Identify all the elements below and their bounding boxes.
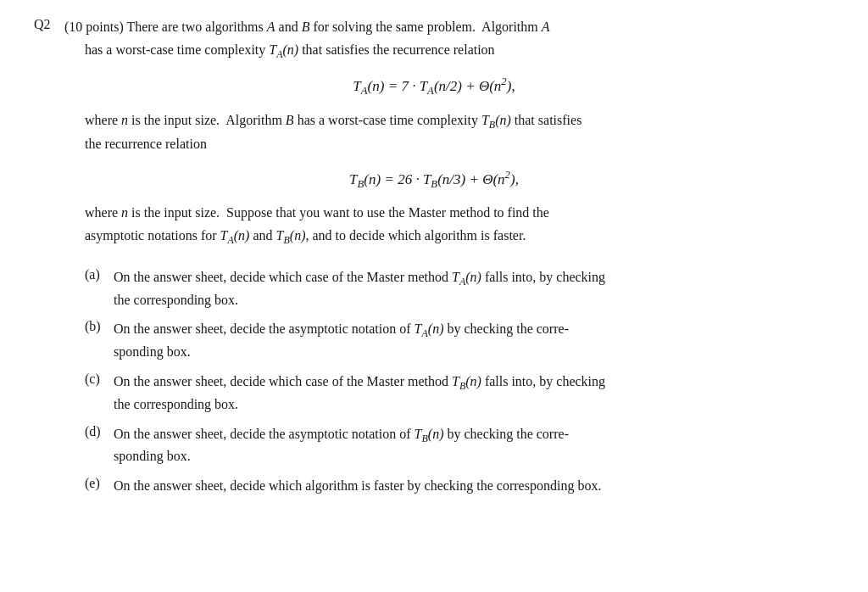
sub-label-e: (e)	[85, 476, 108, 491]
para-master-1: where n is the input size. Suppose that …	[85, 203, 834, 224]
sub-item-b: (b) On the answer sheet, decide the asym…	[85, 319, 834, 363]
question-label: Q2	[34, 17, 58, 32]
question-block: Q2 (10 points) There are two algorithms …	[34, 17, 834, 497]
sub-label-b: (b)	[85, 319, 108, 334]
sub-text-b: On the answer sheet, decide the asymptot…	[114, 319, 569, 363]
sub-items: (a) On the answer sheet, decide which ca…	[85, 267, 834, 497]
sub-label-c: (c)	[85, 371, 108, 387]
sub-text-a: On the answer sheet, decide which case o…	[114, 267, 605, 311]
para-master-2: asymptotic notations for TA(n) and TB(n)…	[85, 226, 834, 249]
formula-a: TA(n) = 7 · TA(n/2) + Θ(n2),	[34, 76, 834, 98]
sub-label-d: (d)	[85, 424, 108, 439]
question-intro: (10 points) There are two algorithms A a…	[64, 17, 550, 38]
intro-line2: has a worst-case time complexity TA(n) t…	[85, 40, 834, 63]
sub-item-a: (a) On the answer sheet, decide which ca…	[85, 267, 834, 311]
sub-item-d: (d) On the answer sheet, decide the asym…	[85, 424, 834, 468]
the-recurrence: the recurrence relation	[85, 134, 834, 155]
sub-label-a: (a)	[85, 267, 108, 282]
sub-text-d: On the answer sheet, decide the asymptot…	[114, 424, 569, 468]
formula-b: TB(n) = 26 · TB(n/3) + Θ(n2),	[34, 169, 834, 191]
sub-text-c: On the answer sheet, decide which case o…	[114, 371, 605, 416]
sub-item-e: (e) On the answer sheet, decide which al…	[85, 476, 834, 497]
para-b-intro: where n is the input size. Algorithm B h…	[85, 110, 834, 133]
sub-text-e: On the answer sheet, decide which algori…	[114, 476, 601, 497]
sub-item-c: (c) On the answer sheet, decide which ca…	[85, 371, 834, 416]
